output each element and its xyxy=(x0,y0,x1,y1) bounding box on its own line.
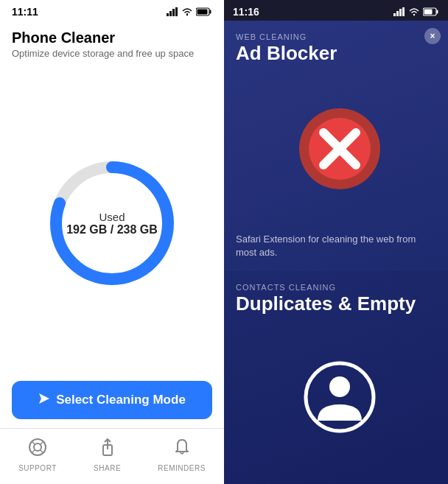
svg-rect-3 xyxy=(175,7,178,16)
wifi-icon-right xyxy=(408,7,420,16)
svg-line-14 xyxy=(32,450,35,454)
contact-icon-container xyxy=(236,315,436,472)
donut-center: Used 192 GB / 238 GB xyxy=(66,210,158,236)
reminders-label: REMINDERS xyxy=(158,464,206,472)
app-title: Phone Cleaner xyxy=(12,29,212,46)
send-icon xyxy=(38,393,50,404)
signal-icon-right xyxy=(393,7,405,16)
select-button-label: Select Cleaning Mode xyxy=(56,393,186,407)
contacts-card[interactable]: CONTACTS CLEANING Duplicates & Empty xyxy=(224,271,448,484)
used-label: Used xyxy=(66,210,158,222)
nav-item-support[interactable]: SUPPORT xyxy=(18,438,57,472)
app-subtitle: Optimize device storage and free up spac… xyxy=(12,48,212,59)
ad-blocker-icon xyxy=(295,105,377,186)
contacts-category: CONTACTS CLEANING xyxy=(236,283,436,292)
time-left: 11:11 xyxy=(12,6,38,18)
svg-rect-0 xyxy=(167,13,169,16)
svg-line-12 xyxy=(32,441,35,445)
time-right: 11:16 xyxy=(233,6,259,18)
wifi-icon xyxy=(181,7,193,16)
svg-rect-6 xyxy=(210,10,211,14)
cursor-icon xyxy=(38,393,50,407)
app-header: Phone Cleaner Optimize device storage an… xyxy=(0,21,224,65)
svg-rect-24 xyxy=(437,10,438,14)
svg-rect-7 xyxy=(197,10,208,15)
ad-blocker-desc: Safari Extension for cleaning the web fr… xyxy=(236,227,436,259)
reminders-icon xyxy=(172,438,192,461)
svg-rect-2 xyxy=(172,9,175,16)
left-panel: 11:11 Phone Cl xyxy=(0,0,224,484)
battery-icon xyxy=(196,7,212,16)
svg-point-4 xyxy=(186,14,188,15)
bell-svg xyxy=(172,438,192,457)
svg-point-31 xyxy=(329,376,350,397)
nav-item-reminders[interactable]: REMINDERS xyxy=(158,438,206,472)
ad-blocker-card: × WEB CLEANING Ad Blocker Safari Extensi… xyxy=(224,21,448,271)
battery-icon-right xyxy=(423,7,439,16)
used-value: 192 GB / 238 GB xyxy=(66,222,158,236)
share-svg xyxy=(98,438,117,457)
right-panel: 11:16 × WEB CLEANING Ad Blocker xyxy=(224,0,448,484)
svg-rect-19 xyxy=(396,11,399,16)
support-svg xyxy=(28,438,47,457)
svg-line-15 xyxy=(40,450,43,454)
status-icons-right xyxy=(393,7,439,16)
svg-point-22 xyxy=(413,14,415,15)
signal-icon xyxy=(167,7,178,16)
share-label: SHARE xyxy=(94,464,121,472)
contact-icon xyxy=(303,360,369,427)
svg-rect-20 xyxy=(399,9,402,16)
nav-item-share[interactable]: SHARE xyxy=(94,438,121,472)
status-bar-left: 11:11 xyxy=(0,0,224,21)
svg-rect-18 xyxy=(393,13,396,16)
contact-svg xyxy=(303,360,377,434)
storage-chart-container: Used 192 GB / 238 GB xyxy=(0,65,224,381)
status-bar-right: 11:16 xyxy=(224,0,448,21)
ad-blocker-icon-container xyxy=(236,64,436,227)
ad-blocker-svg xyxy=(295,105,384,193)
bottom-nav: SUPPORT SHARE REMINDERS xyxy=(0,428,224,484)
contacts-title: Duplicates & Empty xyxy=(236,293,436,315)
svg-rect-21 xyxy=(402,7,405,16)
select-cleaning-mode-button[interactable]: Select Cleaning Mode xyxy=(12,381,212,419)
support-icon xyxy=(28,438,47,461)
close-button[interactable]: × xyxy=(424,28,441,44)
ad-blocker-category: WEB CLEANING xyxy=(236,32,436,41)
status-icons-left xyxy=(167,7,212,16)
support-label: SUPPORT xyxy=(18,464,57,472)
svg-rect-25 xyxy=(424,10,433,15)
ad-blocker-title: Ad Blocker xyxy=(236,43,436,64)
svg-rect-1 xyxy=(169,11,172,16)
donut-chart: Used 192 GB / 238 GB xyxy=(38,150,186,297)
share-icon xyxy=(98,438,117,461)
svg-line-13 xyxy=(40,441,43,445)
